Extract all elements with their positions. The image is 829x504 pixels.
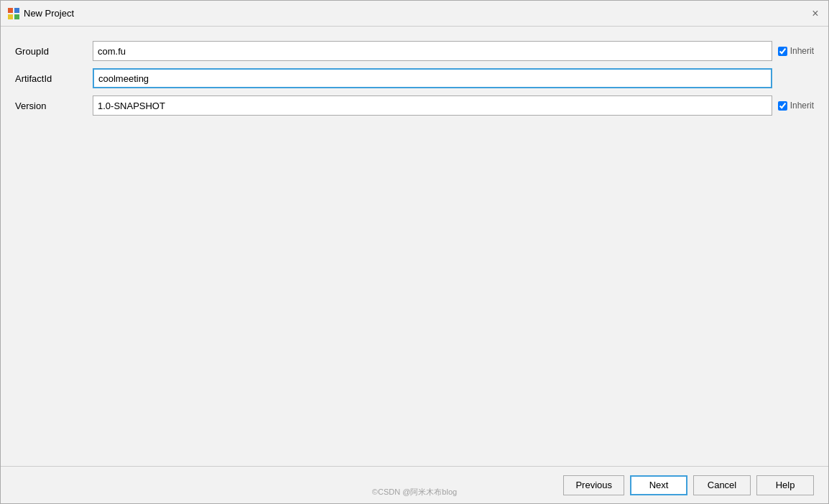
artifactid-label: ArtifactId [15,73,87,84]
artifactid-input[interactable] [93,68,772,88]
svg-rect-2 [8,14,13,19]
previous-button[interactable]: Previous [563,475,624,495]
version-label: Version [15,101,87,111]
close-button[interactable]: × [810,8,821,19]
help-button[interactable]: Help [756,475,814,495]
groupid-inherit-label: Inherit [790,46,814,56]
cancel-button[interactable]: Cancel [693,475,751,495]
version-inherit-label: Inherit [790,101,814,111]
groupid-inherit-checkbox[interactable] [778,47,787,56]
version-inherit-checkbox[interactable] [778,101,787,111]
svg-rect-1 [14,8,19,13]
content-area: GroupId Inherit ArtifactId Version Inher… [1,27,828,466]
groupid-input[interactable] [93,41,772,61]
groupid-label: GroupId [15,46,87,57]
form-grid: GroupId Inherit ArtifactId Version Inher… [15,41,814,116]
version-inherit-container: Inherit [778,101,814,111]
bottom-bar: Previous Next Cancel Help [1,466,828,503]
dialog-title: New Project [24,8,74,19]
title-bar: New Project × [1,1,828,27]
version-input[interactable] [93,95,772,116]
next-button[interactable]: Next [630,475,687,495]
title-bar-left: New Project [8,8,74,19]
groupid-inherit-container: Inherit [778,46,814,56]
new-project-dialog: New Project × GroupId Inherit ArtifactId… [0,0,829,504]
svg-rect-0 [8,8,13,13]
svg-rect-3 [14,14,19,19]
project-icon [8,8,19,19]
